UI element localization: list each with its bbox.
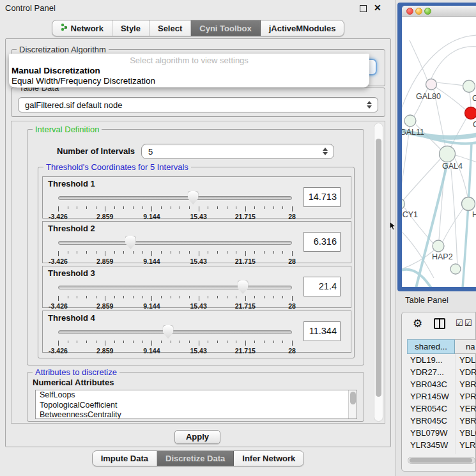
- apply-button[interactable]: Apply: [174, 430, 220, 444]
- screen: Control Panel ✕ NetworkStyleSelectCyni T…: [0, 0, 476, 476]
- cell-name: YDL1: [455, 354, 476, 366]
- slider-thumb[interactable]: [188, 191, 199, 204]
- cell-shared-name: YBL079W: [407, 427, 455, 439]
- column-header-name[interactable]: na: [455, 339, 476, 354]
- tab-cyni-toolbox[interactable]: Cyni Toolbox: [191, 20, 260, 36]
- slider-thumb[interactable]: [238, 280, 249, 294]
- slider-thumb[interactable]: [125, 236, 136, 249]
- slider-track[interactable]: [58, 196, 292, 200]
- slider-ticks: [58, 206, 292, 211]
- tab-select[interactable]: Select: [150, 20, 191, 36]
- table-data-select[interactable]: galFiltered.sif default node: [18, 97, 378, 112]
- control-panel-window: Control Panel ✕ NetworkStyleSelectCyni T…: [0, 0, 396, 476]
- table-row[interactable]: YER054CYER0: [407, 403, 476, 415]
- attributes-list[interactable]: SelfLoopsTopologicalCoefficientBetweenne…: [35, 390, 357, 419]
- network-node-label: HAP2: [432, 252, 453, 261]
- network-node[interactable]: [402, 199, 405, 210]
- tab-label: Cyni Toolbox: [199, 24, 251, 33]
- table-horizontal-scrollbar[interactable]: [408, 457, 475, 464]
- threshold-value-field[interactable]: 14.713: [303, 187, 341, 207]
- network-node[interactable]: [433, 240, 444, 252]
- threshold-slider[interactable]: -3.4262.8599.14415.4321.71528: [58, 280, 292, 307]
- top-tab-bar: NetworkStyleSelectCyni ToolboxjActiveMNo…: [0, 20, 396, 36]
- spinner-updown-icon: [322, 148, 328, 155]
- table-row[interactable]: YIL052CYIL0: [407, 451, 476, 454]
- attribute-list-item[interactable]: BetweennessCentrality: [36, 410, 357, 419]
- attribute-list-item[interactable]: SelfLoops: [36, 390, 357, 401]
- threshold-value-field[interactable]: 6.316: [303, 232, 341, 252]
- network-window-titlebar: [402, 6, 476, 17]
- threshold-slider[interactable]: -3.4262.8599.14415.4321.71528: [58, 236, 292, 263]
- dropdown-placeholder: Select algorithm to view settings: [9, 56, 369, 65]
- tab-label: Network: [71, 24, 104, 33]
- table-data-selected-value: galFiltered.sif default node: [19, 100, 366, 110]
- slider-thumb[interactable]: [163, 325, 174, 339]
- slider-track[interactable]: [58, 241, 292, 245]
- attributes-list-scrollbar[interactable]: [348, 390, 357, 418]
- slider-track[interactable]: [58, 286, 292, 289]
- network-node[interactable]: [463, 81, 475, 93]
- column-header-shared[interactable]: shared...: [407, 339, 455, 354]
- network-tab-icon: [61, 23, 68, 33]
- cell-name: YBR0: [455, 415, 476, 427]
- table-row[interactable]: YBL079WYBL0: [407, 427, 476, 439]
- tab-label: Style: [121, 24, 141, 33]
- network-node[interactable]: [404, 115, 416, 127]
- interval-definition-group: Interval Definition Number of Intervals …: [27, 129, 364, 365]
- tab-label: Impute Data: [101, 454, 148, 463]
- network-node[interactable]: [440, 146, 456, 162]
- float-window-icon[interactable]: [360, 5, 367, 12]
- close-traffic-light-icon[interactable]: [406, 8, 413, 15]
- network-node[interactable]: [462, 197, 475, 211]
- table-row[interactable]: YPR145WYPR1: [407, 390, 476, 403]
- threshold-value-field[interactable]: 21.4: [303, 277, 341, 296]
- cell-name: YER0: [455, 403, 476, 415]
- gear-icon[interactable]: ⚙: [413, 317, 422, 330]
- table-toolbar: ⚙ ☑ ☑: [402, 316, 475, 333]
- slider-tick-labels: -3.4262.8599.14415.4321.71528: [58, 213, 292, 221]
- network-node-label: GCY1: [402, 210, 418, 219]
- mouse-cursor: [389, 221, 397, 231]
- threshold-slider[interactable]: -3.4262.8599.14415.4321.71528: [58, 325, 292, 352]
- tab-network[interactable]: Network: [52, 20, 112, 36]
- network-node[interactable]: [450, 264, 461, 274]
- cell-shared-name: YDL19...: [407, 354, 455, 366]
- checkbox-checked-icon-2[interactable]: ☑: [464, 318, 472, 328]
- slider-track[interactable]: [58, 330, 292, 334]
- threshold-value-field[interactable]: 11.344: [303, 321, 341, 341]
- thresholds-group: Threshold's Coordinates for 5 Intervals …: [38, 167, 355, 358]
- zoom-traffic-light-icon[interactable]: [424, 8, 431, 15]
- dropdown-option-equal-width[interactable]: Equal Width/Frequency Discretization: [12, 76, 155, 86]
- threshold-label: Threshold 1: [48, 179, 95, 188]
- num-intervals-spinner[interactable]: 5: [141, 144, 334, 159]
- close-icon[interactable]: ✕: [374, 3, 381, 13]
- attribute-list-item[interactable]: TopologicalCoefficient: [36, 401, 357, 411]
- control-panel-titlebar: Control Panel ✕: [0, 0, 395, 15]
- network-node[interactable]: [426, 79, 437, 90]
- tab-style[interactable]: Style: [112, 20, 150, 36]
- table-row[interactable]: YDR27...YDR2: [407, 366, 476, 378]
- table-row[interactable]: YDL19...YDL1: [407, 354, 476, 366]
- network-node[interactable]: [465, 107, 476, 119]
- columns-icon[interactable]: [434, 318, 445, 329]
- cell-name: YDR2: [455, 366, 476, 378]
- bottom-tab-discretize-data[interactable]: Discretize Data: [157, 451, 234, 466]
- checkbox-checked-icon[interactable]: ☑: [456, 318, 463, 328]
- numerical-attributes-label: Numerical Attributes: [33, 378, 114, 387]
- dropdown-option-manual[interactable]: Manual Discretization: [12, 66, 100, 75]
- settings-vertical-scrollbar[interactable]: [374, 123, 383, 422]
- slider-tick-labels: -3.4262.8599.14415.4321.71528: [58, 347, 292, 355]
- bottom-tab-impute-data[interactable]: Impute Data: [93, 451, 157, 466]
- tab-jactivemnodules[interactable]: jActiveMNodules: [261, 20, 344, 36]
- network-canvas[interactable]: GAL80GACGAL11GAL4GCY1HHAP2: [402, 17, 476, 287]
- table-row[interactable]: YBR043CYBR0: [407, 378, 476, 390]
- cell-name: YBR0: [455, 378, 476, 390]
- slider-tick-labels: -3.4262.8599.14415.4321.71528: [58, 257, 292, 266]
- bottom-tab-infer-network[interactable]: Infer Network: [234, 451, 303, 466]
- minimize-traffic-light-icon[interactable]: [415, 8, 422, 15]
- network-node-label: GAL80: [416, 92, 441, 101]
- threshold-slider[interactable]: -3.4262.8599.14415.4321.71528: [58, 191, 292, 218]
- slider-tick-labels: -3.4262.8599.14415.4321.71528: [58, 302, 292, 311]
- table-row[interactable]: YLR345WYLR3: [407, 439, 476, 451]
- table-row[interactable]: YBR045CYBR0: [407, 415, 476, 427]
